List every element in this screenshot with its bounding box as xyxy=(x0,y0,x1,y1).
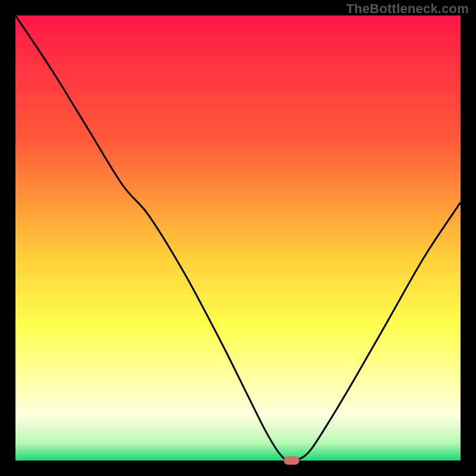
watermark-text: TheBottleneck.com xyxy=(346,1,469,17)
chart-frame: TheBottleneck.com xyxy=(0,0,476,476)
chart-svg xyxy=(15,15,461,461)
plot-area xyxy=(15,15,461,461)
gradient-background xyxy=(15,15,461,461)
optimal-point-marker xyxy=(284,456,299,465)
